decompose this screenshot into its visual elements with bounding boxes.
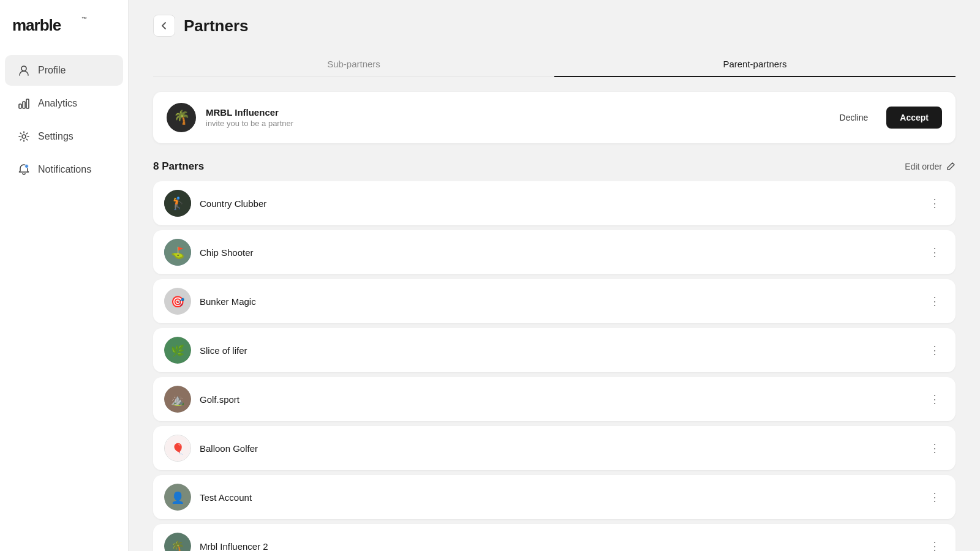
marble-logo: marble ™ xyxy=(12,15,92,34)
tab-sub-partners[interactable]: Sub-partners xyxy=(153,51,554,77)
partner-avatar: ⛰️ xyxy=(164,386,191,413)
content-area: Partners Sub-partners Parent-partners 🌴 … xyxy=(129,0,980,551)
partners-count: 8 Partners xyxy=(153,160,204,173)
partner-avatar: 🏌️ xyxy=(164,190,191,217)
tab-parent-partners[interactable]: Parent-partners xyxy=(554,51,956,77)
more-options-button[interactable]: ⋮ xyxy=(925,340,944,360)
partner-name: Test Account xyxy=(200,492,916,503)
partner-avatar: 🎯 xyxy=(164,288,191,315)
svg-text:🌴: 🌴 xyxy=(171,540,185,551)
edit-order-label: Edit order xyxy=(905,162,942,171)
analytics-icon xyxy=(17,97,31,110)
invite-info: MRBL Influencer invite you to be a partn… xyxy=(206,107,818,128)
more-options-button[interactable]: ⋮ xyxy=(925,438,944,458)
more-options-button[interactable]: ⋮ xyxy=(925,536,944,551)
more-options-button[interactable]: ⋮ xyxy=(925,389,944,409)
partner-name: Chip Shooter xyxy=(200,247,916,258)
invite-card: 🌴 MRBL Influencer invite you to be a par… xyxy=(153,92,956,143)
partner-avatar: 🎈 xyxy=(164,435,191,462)
notifications-icon xyxy=(17,163,31,176)
list-item: 👤 Test Account ⋮ xyxy=(153,475,956,519)
svg-rect-5 xyxy=(26,99,29,108)
partner-avatar: 👤 xyxy=(164,484,191,511)
list-item: 🏌️ Country Clubber ⋮ xyxy=(153,181,956,225)
list-item: ⛰️ Golf.sport ⋮ xyxy=(153,377,956,421)
sidebar-item-notifications[interactable]: Notifications xyxy=(5,154,123,185)
more-options-button[interactable]: ⋮ xyxy=(925,291,944,311)
list-item: 🎯 Bunker Magic ⋮ xyxy=(153,279,956,323)
partner-name: Balloon Golfer xyxy=(200,443,916,454)
svg-text:🏌️: 🏌️ xyxy=(170,196,186,211)
list-item: 🌿 Slice of lifer ⋮ xyxy=(153,328,956,372)
invite-subtitle: invite you to be a partner xyxy=(206,119,818,128)
svg-text:👤: 👤 xyxy=(171,491,185,504)
sidebar-item-settings-label: Settings xyxy=(38,131,74,142)
more-options-button[interactable]: ⋮ xyxy=(925,242,944,262)
svg-point-6 xyxy=(22,135,26,138)
more-options-button[interactable]: ⋮ xyxy=(925,193,944,213)
svg-text:🎯: 🎯 xyxy=(171,295,185,309)
partner-name: Country Clubber xyxy=(200,198,916,209)
svg-point-2 xyxy=(21,66,26,71)
decline-button[interactable]: Decline xyxy=(827,107,881,129)
page-title: Partners xyxy=(184,17,249,36)
svg-text:marble: marble xyxy=(12,16,61,34)
sidebar-item-profile-label: Profile xyxy=(38,65,66,76)
list-item: ⛳ Chip Shooter ⋮ xyxy=(153,230,956,274)
sidebar-item-notifications-label: Notifications xyxy=(38,164,91,175)
partner-name: Slice of lifer xyxy=(200,345,916,356)
partner-name: Mrbl Influencer 2 xyxy=(200,541,916,552)
svg-text:⛳: ⛳ xyxy=(171,246,185,260)
edit-order-button[interactable]: Edit order xyxy=(905,162,956,171)
list-item: 🎈 Balloon Golfer ⋮ xyxy=(153,426,956,470)
svg-text:™: ™ xyxy=(81,16,86,22)
partner-list: 🏌️ Country Clubber ⋮ ⛳ Chip Shooter ⋮ 🎯 … xyxy=(153,181,956,551)
svg-rect-4 xyxy=(23,102,25,108)
partner-avatar: ⛳ xyxy=(164,239,191,266)
tabs-bar: Sub-partners Parent-partners xyxy=(153,51,956,77)
back-button[interactable] xyxy=(153,15,175,37)
accept-button[interactable]: Accept xyxy=(886,107,942,129)
sidebar-item-profile[interactable]: Profile xyxy=(5,55,123,86)
sidebar-item-analytics-label: Analytics xyxy=(38,98,77,109)
svg-point-7 xyxy=(25,165,29,168)
partner-avatar: 🌴 xyxy=(164,533,191,551)
edit-icon xyxy=(946,162,956,171)
partner-name: Golf.sport xyxy=(200,394,916,405)
invite-avatar: 🌴 xyxy=(167,103,196,132)
sidebar-item-settings[interactable]: Settings xyxy=(5,121,123,152)
page-header: Partners xyxy=(153,15,956,37)
partner-avatar: 🌿 xyxy=(164,337,191,364)
section-header: 8 Partners Edit order xyxy=(153,160,956,173)
settings-icon xyxy=(17,130,31,143)
list-item: 🌴 Mrbl Influencer 2 ⋮ xyxy=(153,524,956,551)
more-options-button[interactable]: ⋮ xyxy=(925,487,944,507)
sidebar: marble ™ Profile Analytics xyxy=(0,0,129,551)
main-content: Partners Sub-partners Parent-partners 🌴 … xyxy=(129,0,980,551)
profile-icon xyxy=(17,64,31,77)
sidebar-item-analytics[interactable]: Analytics xyxy=(5,88,123,119)
svg-text:🌿: 🌿 xyxy=(171,344,185,358)
partner-name: Bunker Magic xyxy=(200,296,916,307)
invite-actions: Decline Accept xyxy=(827,107,942,129)
svg-text:🎈: 🎈 xyxy=(172,443,185,455)
svg-text:⛰️: ⛰️ xyxy=(171,393,185,407)
logo: marble ™ xyxy=(0,15,128,54)
svg-rect-3 xyxy=(19,104,21,108)
invite-name: MRBL Influencer xyxy=(206,107,818,118)
